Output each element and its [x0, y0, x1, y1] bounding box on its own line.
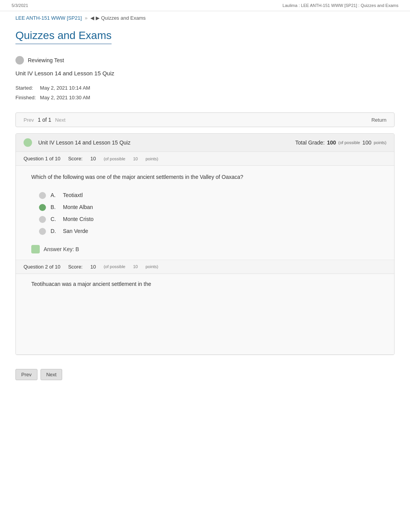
question-2-score-value: 10	[90, 264, 96, 270]
question-2-text: Teotihuacan was a major ancient settleme…	[16, 274, 394, 292]
question-1-text: Which of the following was one of the ma…	[16, 166, 394, 187]
option-1-a: A. Teotiaxtl	[39, 189, 371, 201]
question-1-options: A. Teotiaxtl B. Monte Alban C. Monte Cri…	[16, 187, 394, 241]
breadcrumb: LEE ANTH-151 WWW [SP21] » ◀ ▶ Quizzes an…	[0, 11, 410, 23]
question-2-possible-value: 10	[133, 264, 138, 269]
option-1-d-text: San Verde	[63, 227, 88, 235]
navigation-bar: Prev 1 of 1 Next Return	[15, 112, 395, 127]
option-1-c-label: C.	[51, 215, 58, 223]
breadcrumb-arrow1: ◀	[90, 15, 94, 21]
option-1-d-icon	[39, 228, 46, 235]
finished-row: Finished: May 2, 2021 10:30 AM	[15, 93, 395, 103]
question-2-number: Question 2 of 10	[24, 264, 60, 270]
quiz-name: Unit IV Lesson 14 and Lesson 15 Quiz	[0, 68, 410, 78]
answer-key-1: Answer Key: B	[16, 241, 394, 260]
total-grade-label: Total Grade:	[295, 139, 325, 146]
answer-key-1-icon	[31, 245, 40, 253]
grade-info: Total Grade: 100 (of possible 100 points…	[295, 139, 386, 146]
finished-label: Finished:	[15, 95, 36, 100]
option-1-c-icon	[39, 216, 46, 223]
question-1-score-label: Score:	[68, 156, 83, 161]
option-1-a-icon	[39, 192, 46, 199]
date-label: 5/3/2021	[12, 3, 28, 8]
started-value: May 2, 2021 10:14 AM	[40, 85, 90, 91]
meta-info: Started: May 2, 2021 10:14 AM Finished: …	[0, 78, 410, 108]
started-row: Started: May 2, 2021 10:14 AM	[15, 83, 395, 93]
footer-prev-button[interactable]: Prev	[15, 369, 37, 380]
test-status-label: Reviewing Test	[28, 57, 64, 63]
question-2-header: Question 2 of 10 Score: 10 (of possible …	[16, 260, 394, 274]
next-button[interactable]: Next	[55, 117, 66, 123]
finished-value: May 2, 2021 10:30 AM	[40, 95, 90, 100]
footer-next-button[interactable]: Next	[41, 369, 63, 380]
question-1-score-value: 10	[90, 156, 96, 161]
option-1-a-label: A.	[51, 191, 58, 199]
possible-label: (of possible	[338, 140, 360, 145]
option-1-b-label: B.	[51, 203, 58, 211]
possible-value: 100	[363, 139, 371, 146]
question-2-possible-unit: points)	[146, 264, 158, 269]
breadcrumb-arrow2: ▶	[96, 15, 101, 21]
started-label: Started:	[15, 85, 33, 91]
question-1-header: Question 1 of 10 Score: 10 (of possible …	[16, 152, 394, 166]
bottom-footer: Prev Next	[0, 361, 410, 388]
question-block-1: Question 1 of 10 Score: 10 (of possible …	[16, 152, 394, 260]
option-1-c: C. Monte Cristo	[39, 213, 371, 225]
prev-button[interactable]: Prev	[24, 117, 34, 123]
return-button[interactable]: Return	[371, 117, 386, 123]
breadcrumb-current: Quizzes and Exams	[101, 15, 146, 21]
section-title: Unit IV Lesson 14 and Lesson 15 Quiz	[38, 139, 130, 146]
breadcrumb-sep1: »	[85, 15, 89, 21]
option-1-d-label: D.	[51, 227, 58, 235]
page-title: Quizzes and Exams	[15, 29, 112, 44]
breadcrumb-course: LEE ANTH-151 WWW [SP21]	[15, 15, 82, 21]
question-1-body-text: Which of the following was one of the ma…	[31, 174, 243, 180]
test-header: Reviewing Test	[0, 48, 410, 68]
breadcrumb-full: Laulima : LEE ANTH-151 WWW [SP21] : Quiz…	[283, 3, 398, 8]
option-1-d: D. San Verde	[39, 225, 371, 237]
question-1-possible-unit: points)	[146, 156, 158, 161]
question-2-content-area	[16, 292, 394, 354]
total-grade-value: 100	[327, 139, 336, 146]
answer-key-1-text: Answer Key: B	[44, 246, 79, 252]
footer-prev-label: Prev	[21, 372, 32, 377]
question-2-body-text: Teotihuacan was a major ancient settleme…	[31, 281, 151, 287]
quiz-section-header: Unit IV Lesson 14 and Lesson 15 Quiz Tot…	[16, 134, 394, 152]
option-1-b: B. Monte Alban	[39, 201, 371, 213]
possible-unit: points)	[374, 140, 386, 145]
question-1-number: Question 1 of 10	[24, 156, 60, 161]
option-1-b-icon	[39, 204, 46, 211]
question-1-possible-value: 10	[133, 156, 138, 161]
quiz-section: Unit IV Lesson 14 and Lesson 15 Quiz Tot…	[15, 133, 395, 355]
quiz-name-text: Unit IV Lesson 14 and Lesson 15 Quiz	[15, 70, 114, 76]
section-icon	[24, 138, 32, 147]
page-title-section: Quizzes and Exams	[0, 23, 410, 48]
page-indicator: 1 of 1	[38, 117, 51, 123]
question-2-possible-label: (of possible	[103, 264, 125, 269]
reviewing-icon	[15, 56, 24, 65]
option-1-b-text: Monte Alban	[63, 203, 93, 211]
question-2-score-label: Score:	[68, 264, 83, 270]
footer-next-label: Next	[46, 372, 57, 377]
option-1-c-text: Monte Cristo	[63, 215, 93, 223]
question-1-possible-label: (of possible	[103, 156, 125, 161]
top-bar: 5/3/2021 Laulima : LEE ANTH-151 WWW [SP2…	[0, 0, 410, 11]
breadcrumb-course-link[interactable]: LEE ANTH-151 WWW [SP21]	[15, 15, 83, 21]
option-1-a-text: Teotiaxtl	[63, 191, 83, 199]
question-block-2: Question 2 of 10 Score: 10 (of possible …	[16, 260, 394, 355]
